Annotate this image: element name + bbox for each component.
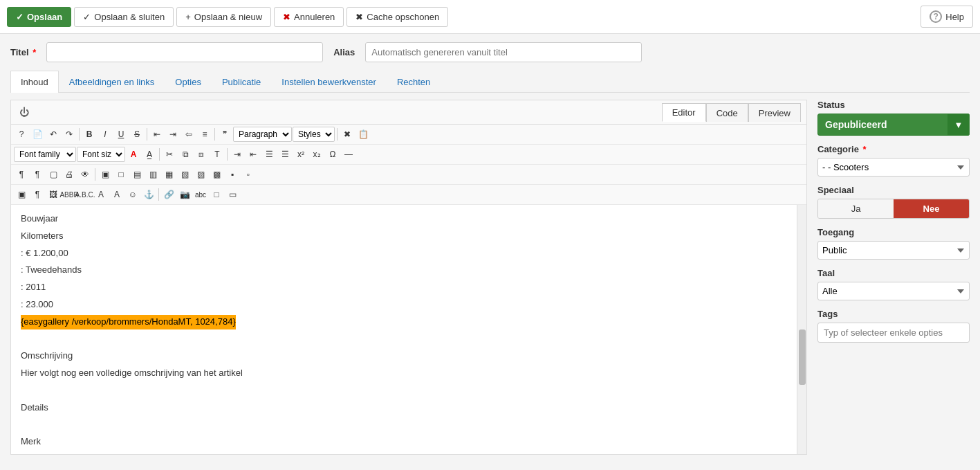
toegang-select[interactable]: Public	[817, 241, 970, 260]
cache-button[interactable]: ✖ Cache opschonen	[346, 7, 448, 27]
highlight-color-button[interactable]: A̲	[142, 147, 157, 162]
cell-button[interactable]: ▣	[14, 187, 29, 202]
blockquote-button[interactable]: ❞	[217, 127, 232, 142]
styles-select[interactable]: Styles	[293, 127, 335, 142]
select-all-button[interactable]: ▢	[46, 167, 61, 182]
abc-button[interactable]: A.B.C.	[77, 187, 93, 202]
code-button[interactable]: □	[209, 187, 224, 202]
title-row: Titel * Testartikel Alias	[10, 42, 970, 62]
subscript-button[interactable]: x₂	[309, 147, 324, 162]
image-button[interactable]: 📷	[177, 187, 192, 202]
content-blank4	[21, 452, 787, 454]
separator-4	[337, 128, 338, 141]
para3-button[interactable]: ¶	[30, 187, 45, 202]
tab-rechten[interactable]: Rechten	[387, 71, 441, 93]
copy-button[interactable]: ⧉	[178, 147, 193, 162]
para-right-button[interactable]: ¶	[30, 167, 45, 182]
emotion-button[interactable]: ☺	[125, 187, 140, 202]
clear-format-button[interactable]: ✖	[340, 127, 355, 142]
special-char-button[interactable]: Ω	[325, 147, 340, 162]
underline-button[interactable]: U	[113, 127, 129, 142]
strikethrough-button[interactable]: S	[129, 127, 145, 142]
font-color-button[interactable]: A	[126, 147, 141, 162]
new-doc-button[interactable]: 📄	[30, 127, 45, 142]
view-preview-button[interactable]: Preview	[748, 103, 801, 122]
italic-button[interactable]: I	[98, 127, 113, 142]
speciaal-nee-button[interactable]: Nee	[894, 199, 969, 218]
help-button[interactable]: ? Help	[921, 6, 973, 28]
superscript-button[interactable]: x²	[293, 147, 308, 162]
bold-button[interactable]: B	[82, 127, 97, 142]
paste-text-button[interactable]: T	[210, 147, 225, 162]
separator-2	[147, 128, 147, 141]
taal-select[interactable]: Alle	[817, 282, 970, 300]
anchor-button[interactable]: ⚓	[141, 187, 156, 202]
link-button[interactable]: 🔗	[161, 187, 176, 202]
separator-8	[158, 188, 159, 201]
scrollbar-thumb[interactable]	[799, 329, 806, 385]
cut-button[interactable]: ✂	[162, 147, 177, 162]
table3-button[interactable]: ▥	[145, 167, 160, 182]
align-justify-button[interactable]: ≡	[197, 127, 212, 142]
show-blocks-button[interactable]: ¶	[14, 167, 29, 182]
table2-button[interactable]: ▤	[129, 167, 145, 182]
paste-button[interactable]: 📋	[355, 127, 371, 142]
categorie-select[interactable]: - - Scooters	[817, 158, 970, 177]
preview2-button[interactable]: 👁	[77, 167, 93, 182]
template-button[interactable]: ▣	[98, 167, 113, 182]
table8-button[interactable]: ▪	[225, 167, 240, 182]
align-right-button[interactable]: ⇦	[181, 127, 196, 142]
redo-button[interactable]: ↷	[62, 127, 77, 142]
status-select[interactable]: Gepubliceerd	[817, 114, 970, 136]
top-toolbar: ✓ Opslaan ✓ Opslaan & sluiten + Opslaan …	[0, 0, 980, 34]
alias-input[interactable]	[365, 42, 642, 62]
save-button[interactable]: ✓ Opslaan	[7, 7, 71, 27]
power-button[interactable]: ⏻	[17, 105, 32, 119]
align-center-button[interactable]: ⇥	[165, 127, 181, 142]
indent-button[interactable]: ⇥	[230, 147, 245, 162]
edit-area[interactable]: Bouwjaar Kilometers : € 1.200,00 : Tweed…	[11, 205, 797, 454]
undo-button[interactable]: ↶	[46, 127, 61, 142]
tab-publicatie[interactable]: Publicatie	[212, 71, 271, 93]
tab-inhoud[interactable]: Inhoud	[10, 71, 59, 93]
toolbar-row-4: ▣ ¶ 🖼 ABBR A.B.C. A A ☺ ⚓ 🔗 📷 abc □ ▭	[11, 185, 806, 205]
font-family-select[interactable]: Font family	[14, 147, 76, 162]
align-left-button[interactable]: ⇤	[149, 127, 165, 142]
media-button[interactable]: ▭	[225, 187, 240, 202]
bullet-list-button[interactable]: ☰	[261, 147, 277, 162]
view-editor-button[interactable]: Editor	[662, 103, 706, 122]
tags-input[interactable]	[817, 323, 970, 343]
font-a-button[interactable]: A	[93, 187, 109, 202]
paragraph-select[interactable]: Paragraph	[233, 127, 292, 142]
scrollbar-track[interactable]	[797, 205, 806, 454]
tab-opties[interactable]: Opties	[165, 71, 212, 93]
table-button[interactable]: □	[113, 167, 129, 182]
font-size-select[interactable]: Font size	[77, 147, 125, 162]
ordered-list-button[interactable]: ☰	[277, 147, 293, 162]
print-button[interactable]: 🖨	[62, 167, 77, 182]
spell-button[interactable]: abc	[193, 187, 208, 202]
font-a2-button[interactable]: A	[109, 187, 124, 202]
outdent-button[interactable]: ⇤	[246, 147, 261, 162]
table6-button[interactable]: ▨	[193, 167, 208, 182]
hr-button[interactable]: ―	[341, 147, 356, 162]
view-code-button[interactable]: Code	[706, 103, 748, 122]
speciaal-ja-button[interactable]: Ja	[818, 199, 894, 218]
help-tb-button[interactable]: ?	[14, 127, 29, 142]
table9-button[interactable]: ▫	[241, 167, 256, 182]
table7-button[interactable]: ▩	[209, 167, 224, 182]
title-input[interactable]: Testartikel	[46, 42, 323, 62]
toegang-label: Toegang	[817, 227, 970, 237]
table5-button[interactable]: ▧	[177, 167, 192, 182]
img-button[interactable]: 🖼	[46, 187, 61, 202]
speciaal-label: Speciaal	[817, 185, 970, 195]
save-new-button[interactable]: + Opslaan & nieuw	[176, 7, 271, 27]
save-close-button[interactable]: ✓ Opslaan & sluiten	[74, 7, 174, 27]
table4-button[interactable]: ▦	[161, 167, 176, 182]
paste2-button[interactable]: ⧈	[194, 147, 209, 162]
cancel-button[interactable]: ✖ Annuleren	[274, 7, 344, 27]
tab-afbeeldingen[interactable]: Afbeeldingen en links	[59, 71, 165, 93]
tags-label: Tags	[817, 309, 970, 319]
tab-instellen[interactable]: Instellen bewerkvenster	[271, 71, 387, 93]
content-year: : 2011	[21, 280, 787, 295]
